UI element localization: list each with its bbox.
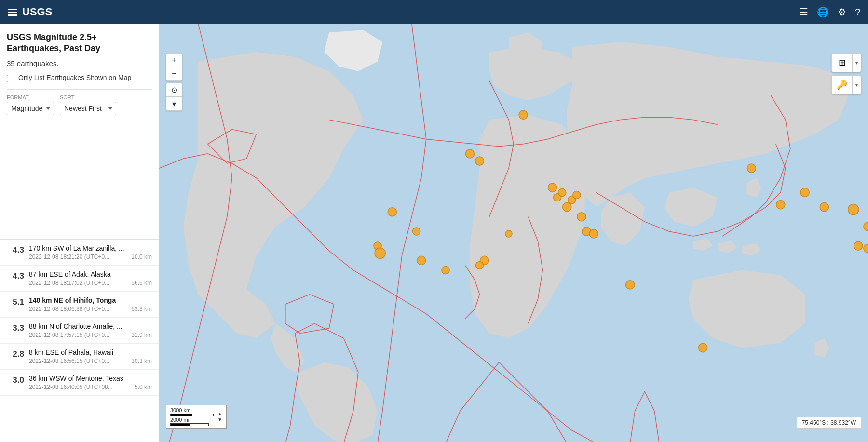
list-icon[interactable]: ☰	[800, 6, 808, 18]
scale-bar-km	[170, 414, 214, 416]
eq-time: 2022-12-08 17:57:15 (UTC+0...	[29, 332, 109, 338]
earthquake-dot[interactable]	[417, 256, 426, 265]
eq-details: 8 km ESE of Pāhala, Hawaii 2022-12-08 16…	[29, 348, 152, 364]
filter-checkbox[interactable]	[7, 75, 14, 82]
zoom-btn-group: + −	[166, 53, 182, 81]
eq-time: 2022-12-08 18:06:38 (UTC+0...	[29, 306, 109, 312]
earthquake-dot[interactable]	[776, 201, 785, 209]
zoom-in-button[interactable]: +	[166, 54, 182, 67]
sort-label: Sort	[60, 94, 116, 100]
key-control: 🔑 ▾	[831, 75, 861, 94]
earthquake-dot[interactable]	[848, 204, 859, 215]
page-title: USGS Magnitude 2.5+ Earthquakes, Past Da…	[7, 32, 152, 54]
eq-place: 170 km SW of La Manzanilla, ...	[29, 244, 152, 252]
map-controls-zoom: + − ⊙ ▾	[166, 53, 182, 111]
earthquake-list-item[interactable]: 3.0 36 km WSW of Mentone, Texas 2022-12-…	[0, 370, 159, 396]
map-area[interactable]: + − ⊙ ▾ ⊞ ▾ 🔑 ▾ 3000 km 2000 m	[159, 24, 868, 442]
logo-text: USGS	[22, 6, 52, 18]
key-arrow[interactable]: ▾	[852, 76, 861, 94]
globe-icon[interactable]: 🌐	[817, 6, 829, 18]
eq-magnitude: 4.3	[7, 270, 24, 281]
eq-depth: 5.0 km	[135, 384, 152, 390]
eq-place: 140 km NE of Hihifo, Tonga	[29, 296, 152, 304]
filter-label[interactable]: Only List Earthquakes Shown on Map	[18, 73, 131, 83]
scale-inner: 3000 km 2000 mi	[170, 407, 214, 426]
earthquake-dot[interactable]	[699, 344, 707, 352]
earthquake-list-item[interactable]: 2.8 8 km ESE of Pāhala, Hawaii 2022-12-0…	[0, 344, 159, 370]
earthquake-dot[interactable]	[388, 208, 396, 216]
scale-down-arrow[interactable]: ▼	[217, 417, 222, 422]
earthquake-dot[interactable]	[589, 229, 598, 238]
earthquake-dot[interactable]	[375, 248, 385, 258]
eq-magnitude: 2.8	[7, 348, 24, 359]
earthquake-dot[interactable]	[475, 261, 483, 269]
eq-magnitude: 3.0	[7, 375, 24, 385]
earthquake-dot[interactable]	[413, 228, 420, 235]
eq-time: 2022-12-08 18:21:20 (UTC+0...	[29, 254, 109, 260]
format-select[interactable]: Magnitude Date/Time Location	[7, 102, 54, 115]
compass-btn-group: ⊙ ▾	[166, 83, 182, 111]
eq-depth: 10.0 km	[131, 254, 152, 260]
earthquake-dot[interactable]	[563, 203, 571, 212]
eq-depth: 56.6 km	[131, 280, 152, 286]
gear-icon[interactable]: ⚙	[838, 6, 846, 18]
compass-button[interactable]: ⊙	[166, 83, 182, 97]
usgs-logo: USGS	[8, 6, 52, 18]
map-scale: 3000 km 2000 mi ▲ ▼	[166, 405, 227, 429]
scale-arrows: ▲ ▼	[217, 411, 222, 422]
earthquake-list-item[interactable]: 3.3 88 km N of Charlotte Amalie, ... 202…	[0, 318, 159, 344]
eq-place: 36 km WSW of Mentone, Texas	[29, 375, 152, 382]
earthquake-dot[interactable]	[577, 213, 586, 221]
eq-details: 87 km ESE of Adak, Alaska 2022-12-08 18:…	[29, 270, 152, 286]
map-controls-layers: ⊞ ▾ 🔑 ▾	[831, 53, 861, 94]
earthquake-dot[interactable]	[747, 164, 756, 173]
format-group: Format Magnitude Date/Time Location	[7, 94, 54, 115]
key-button[interactable]: 🔑	[832, 76, 852, 94]
earthquake-count: 35 earthquakes.	[7, 59, 152, 67]
filter-row: Only List Earthquakes Shown on Map	[7, 73, 152, 83]
layers-button[interactable]: ⊞	[832, 54, 852, 72]
eq-magnitude: 4.3	[7, 244, 24, 255]
earthquake-list: 4.3 170 km SW of La Manzanilla, ... 2022…	[0, 239, 159, 442]
eq-meta: 2022-12-08 16:40:05 (UTC+08... 5.0 km	[29, 384, 152, 390]
eq-depth: 31.9 km	[131, 332, 152, 338]
sort-group: Sort Newest First Oldest First Largest M…	[60, 94, 116, 115]
help-icon[interactable]: ?	[855, 7, 860, 18]
layers-arrow[interactable]: ▾	[852, 54, 861, 72]
eq-meta: 2022-12-08 18:21:20 (UTC+0... 10.0 km	[29, 254, 152, 260]
earthquake-dot[interactable]	[505, 230, 512, 237]
header-icons: ☰ 🌐 ⚙ ?	[800, 6, 860, 18]
eq-magnitude: 3.3	[7, 322, 24, 333]
layers-control: ⊞ ▾	[831, 53, 861, 72]
earthquake-dot[interactable]	[465, 149, 474, 158]
earthquake-dot[interactable]	[442, 266, 449, 274]
sidebar: USGS Magnitude 2.5+ Earthquakes, Past Da…	[0, 24, 159, 442]
eq-meta: 2022-12-08 18:06:38 (UTC+0... 63.3 km	[29, 306, 152, 312]
earthquake-dot[interactable]	[820, 203, 828, 212]
earthquake-dot[interactable]	[548, 183, 556, 192]
earthquake-dot[interactable]	[475, 157, 484, 165]
sort-select[interactable]: Newest First Oldest First Largest Mag Sm…	[60, 102, 116, 115]
scale-up-arrow[interactable]: ▲	[217, 411, 222, 416]
earthquake-dot[interactable]	[558, 188, 566, 196]
logo-lines-icon	[8, 9, 17, 16]
earthquake-dot[interactable]	[519, 110, 528, 119]
earthquake-list-item[interactable]: 4.3 87 km ESE of Adak, Alaska 2022-12-08…	[0, 266, 159, 292]
earthquake-dot[interactable]	[854, 241, 863, 250]
eq-magnitude: 5.1	[7, 296, 24, 307]
eq-meta: 2022-12-08 17:57:15 (UTC+0... 31.9 km	[29, 332, 152, 338]
zoom-out-button[interactable]: −	[166, 67, 182, 80]
earthquake-dot[interactable]	[626, 281, 635, 289]
earthquake-list-item[interactable]: 5.1 140 km NE of Hihifo, Tonga 2022-12-0…	[0, 292, 159, 318]
eq-details: 88 km N of Charlotte Amalie, ... 2022-12…	[29, 322, 152, 338]
earthquake-dot[interactable]	[800, 188, 809, 197]
eq-details: 140 km NE of Hihifo, Tonga 2022-12-08 18…	[29, 296, 152, 312]
earthquake-list-item[interactable]: 4.3 170 km SW of La Manzanilla, ... 2022…	[0, 240, 159, 266]
earthquake-dot[interactable]	[573, 191, 581, 199]
world-map	[159, 24, 868, 442]
eq-time: 2022-12-08 16:40:05 (UTC+08...	[29, 384, 113, 390]
eq-time: 2022-12-08 18:17:02 (UTC+0...	[29, 280, 109, 286]
compass-arrow[interactable]: ▾	[166, 97, 182, 110]
eq-place: 88 km N of Charlotte Amalie, ...	[29, 322, 152, 330]
eq-depth: 63.3 km	[131, 306, 152, 312]
